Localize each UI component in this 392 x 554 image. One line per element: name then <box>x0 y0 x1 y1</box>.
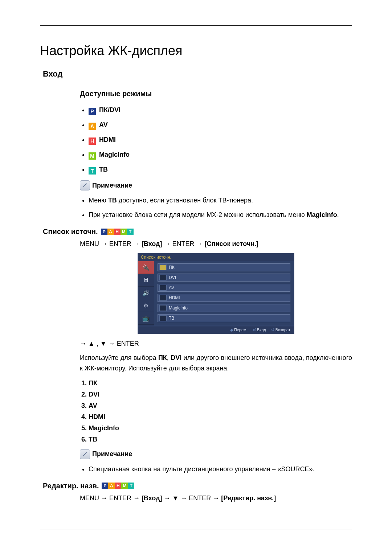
note-heading: Примечание <box>80 449 352 459</box>
note-item: Специальная кнопка на пульте дистанционн… <box>89 464 352 474</box>
note-title: Примечание <box>92 182 132 189</box>
mode-icon-a: A <box>89 123 96 130</box>
page-title: Настройка ЖК-дисплея <box>40 43 352 58</box>
osd-footer-move: Перем. <box>230 328 248 332</box>
badge-a-icon: A <box>108 483 115 489</box>
mode-icon-h: H <box>89 138 96 145</box>
text: , <box>167 354 171 361</box>
note-heading: Примечание <box>80 180 352 190</box>
mode-label: MagicInfo <box>99 151 130 158</box>
mode-icon-t: T <box>89 167 96 175</box>
osd-footer-return: Возврат <box>271 328 290 332</box>
mode-item: T ТВ <box>89 165 352 175</box>
osd-side-icon: ⚙ <box>138 299 154 312</box>
osd-row: DVI <box>158 274 290 282</box>
badge-a-icon: A <box>107 229 114 235</box>
numbered-source-list: ПК DVI AV HDMI MagicInfo ТВ <box>80 379 352 443</box>
osd-side-icon: 🖥 <box>138 274 154 287</box>
pahmt-badges: P A H M T <box>101 229 134 235</box>
mode-label: HDMI <box>99 136 116 143</box>
osd-main: ПК DVI AV HDMI MagicInfo ТВ <box>154 261 294 326</box>
note-title: Примечание <box>92 450 132 458</box>
osd-row-label: ПК <box>169 265 175 270</box>
available-modes-heading: Доступные режимы <box>80 90 352 98</box>
mode-item: P ПК/DVI <box>89 105 352 115</box>
badge-h-icon: H <box>114 229 121 235</box>
menu-path: MENU → ENTER → [Вход] → ENTER → [Список … <box>80 240 352 248</box>
note-list: Специальная кнопка на пульте дистанционн… <box>80 464 352 474</box>
menu-path-part: MENU → ENTER → <box>80 240 142 247</box>
osd-side-icon: 🔌 <box>138 261 154 274</box>
badge-t-icon: T <box>127 229 134 235</box>
osd-row: ТВ <box>158 314 290 322</box>
edit-name-heading: Редактир. назв. P A H M T <box>43 482 352 490</box>
osd-row-label: ТВ <box>169 316 174 321</box>
menu-path: MENU → ENTER → [Вход] → ▼ → ENTER → [Ред… <box>80 495 352 502</box>
badge-p-icon: P <box>101 229 107 235</box>
note-text: При установке блока сети для модели MX-2… <box>89 211 307 218</box>
osd-row: HDMI <box>158 294 290 302</box>
list-item: DVI <box>89 391 352 398</box>
source-body-text: Используйте для выбора ПК, DVI или друго… <box>80 353 352 374</box>
osd-side-icon: 📺 <box>138 312 154 325</box>
osd-footer: Перем. Вход Возврат <box>138 326 294 334</box>
note-bold: ТВ <box>108 197 117 204</box>
note-icon <box>80 449 90 459</box>
note-bold: MagicInfo <box>307 211 337 218</box>
text: Используйте для выбора <box>80 354 158 361</box>
menu-path-bold: [Вход] <box>142 495 162 502</box>
badge-p-icon: P <box>102 483 108 489</box>
arrow-line: → ▲ , ▼ → ENTER <box>80 340 352 348</box>
list-item: ПК <box>89 379 352 387</box>
menu-path-part: → ▼ → ENTER → <box>162 495 221 502</box>
badge-t-icon: T <box>128 483 134 489</box>
osd-row-label: MagicInfo <box>169 305 188 311</box>
menu-path-bold: [Редактир. назв.] <box>221 495 276 502</box>
note-text: . <box>337 211 339 218</box>
mode-label: ТВ <box>99 166 108 173</box>
badge-m-icon: M <box>121 229 127 235</box>
menu-path-part: MENU → ENTER → <box>80 495 142 502</box>
mode-list: P ПК/DVI A AV H HDMI M MagicInfo T ТВ <box>80 105 352 175</box>
list-item: ТВ <box>89 436 352 443</box>
edit-name-title: Редактир. назв. <box>43 482 99 490</box>
mode-label: AV <box>99 121 108 128</box>
osd-row-label: HDMI <box>169 295 180 300</box>
pahmt-badges: P A H M T <box>102 483 134 489</box>
mode-label: ПК/DVI <box>99 106 121 114</box>
osd-sidebar: 🔌 🖥 🔊 ⚙ 📺 <box>138 261 154 326</box>
badge-m-icon: M <box>121 483 128 489</box>
osd-side-icon: 🔊 <box>138 287 154 299</box>
note-text: доступно, если установлен блок ТВ-тюнера… <box>117 197 253 204</box>
osd-row: MagicInfo <box>158 304 290 312</box>
osd-row: ПК <box>158 263 290 271</box>
list-item: HDMI <box>89 413 352 421</box>
mode-item: H HDMI <box>89 135 352 145</box>
note-list: Меню ТВ доступно, если установлен блок Т… <box>80 196 352 219</box>
mode-icon-p: P <box>89 108 96 115</box>
osd-row: AV <box>158 284 290 292</box>
menu-path-part: → ENTER → <box>162 240 205 247</box>
mode-item: A AV <box>89 120 352 130</box>
menu-path-bold: [Список источн.] <box>205 240 258 247</box>
note-icon <box>80 180 90 190</box>
bold-text: ПК <box>158 354 167 361</box>
badge-h-icon: H <box>115 483 121 489</box>
bottom-divider <box>40 529 352 529</box>
source-list-heading: Список источн. P A H M T <box>43 227 352 236</box>
list-item: MagicInfo <box>89 424 352 432</box>
osd-title: Список источн. <box>138 253 294 261</box>
mode-icon-m: M <box>89 152 96 160</box>
note-item: Меню ТВ доступно, если установлен блок Т… <box>89 196 352 205</box>
osd-footer-enter: Вход <box>253 328 266 332</box>
note-text: Меню <box>89 197 108 204</box>
bold-text: DVI <box>171 354 181 361</box>
osd-row-label: DVI <box>169 275 176 280</box>
menu-path-bold: [Вход] <box>142 240 162 247</box>
osd-row-label: AV <box>169 285 174 290</box>
top-divider <box>40 25 352 26</box>
section-input-title: Вход <box>43 69 352 79</box>
list-item: AV <box>89 402 352 410</box>
mode-item: M MagicInfo <box>89 150 352 160</box>
note-item: При установке блока сети для модели MX-2… <box>89 210 352 219</box>
